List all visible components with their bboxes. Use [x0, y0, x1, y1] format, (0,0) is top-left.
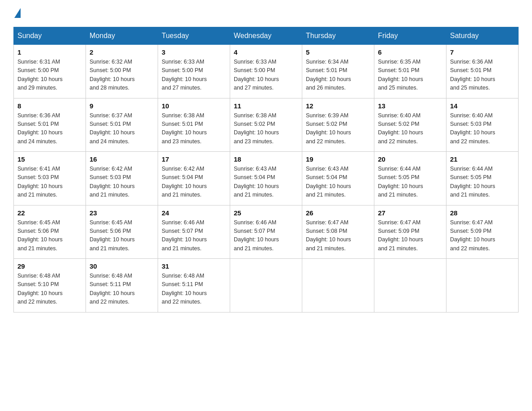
day-info: Sunrise: 6:35 AMSunset: 5:01 PMDaylight:…: [378, 59, 423, 91]
day-info: Sunrise: 6:45 AMSunset: 5:06 PMDaylight:…: [17, 219, 63, 252]
day-number: 23: [90, 209, 154, 217]
day-info: Sunrise: 6:33 AMSunset: 5:00 PMDaylight:…: [162, 59, 207, 91]
day-number: 30: [90, 262, 154, 270]
day-number: 25: [234, 209, 298, 217]
day-info: Sunrise: 6:48 AMSunset: 5:10 PMDaylight:…: [17, 273, 63, 305]
page-header: [13, 9, 519, 18]
day-info: Sunrise: 6:46 AMSunset: 5:07 PMDaylight:…: [234, 219, 279, 252]
calendar-cell: 10 Sunrise: 6:38 AMSunset: 5:01 PMDaylig…: [158, 98, 230, 152]
calendar-cell: 11 Sunrise: 6:38 AMSunset: 5:02 PMDaylig…: [230, 98, 302, 152]
day-number: 21: [450, 155, 515, 163]
calendar-cell: 27 Sunrise: 6:47 AMSunset: 5:09 PMDaylig…: [374, 205, 446, 259]
day-number: 22: [17, 209, 82, 217]
day-info: Sunrise: 6:46 AMSunset: 5:07 PMDaylight:…: [162, 219, 207, 252]
logo: [13, 9, 21, 18]
calendar-cell: 29 Sunrise: 6:48 AMSunset: 5:10 PMDaylig…: [14, 259, 86, 313]
calendar-cell: 12 Sunrise: 6:39 AMSunset: 5:02 PMDaylig…: [302, 98, 374, 152]
day-number: 17: [162, 155, 226, 163]
calendar-cell: [230, 259, 302, 313]
day-number: 16: [90, 155, 154, 163]
column-header-sunday: Sunday: [14, 27, 86, 45]
day-number: 4: [234, 48, 298, 56]
column-header-tuesday: Tuesday: [158, 27, 230, 45]
day-info: Sunrise: 6:43 AMSunset: 5:04 PMDaylight:…: [306, 166, 351, 198]
calendar-week-4: 22 Sunrise: 6:45 AMSunset: 5:06 PMDaylig…: [14, 205, 519, 259]
calendar-cell: 3 Sunrise: 6:33 AMSunset: 5:00 PMDayligh…: [158, 45, 230, 98]
calendar-cell: 26 Sunrise: 6:47 AMSunset: 5:08 PMDaylig…: [302, 205, 374, 259]
column-header-wednesday: Wednesday: [230, 27, 302, 45]
calendar-cell: 30 Sunrise: 6:48 AMSunset: 5:11 PMDaylig…: [86, 259, 158, 313]
day-info: Sunrise: 6:47 AMSunset: 5:09 PMDaylight:…: [378, 219, 423, 252]
day-info: Sunrise: 6:48 AMSunset: 5:11 PMDaylight:…: [90, 273, 135, 305]
day-number: 3: [162, 48, 226, 56]
calendar-week-5: 29 Sunrise: 6:48 AMSunset: 5:10 PMDaylig…: [14, 259, 519, 313]
day-info: Sunrise: 6:44 AMSunset: 5:05 PMDaylight:…: [450, 166, 495, 198]
calendar-cell: 25 Sunrise: 6:46 AMSunset: 5:07 PMDaylig…: [230, 205, 302, 259]
day-number: 12: [306, 102, 370, 110]
calendar-cell: 9 Sunrise: 6:37 AMSunset: 5:01 PMDayligh…: [86, 98, 158, 152]
calendar-cell: 21 Sunrise: 6:44 AMSunset: 5:05 PMDaylig…: [446, 152, 519, 206]
calendar-header-row: SundayMondayTuesdayWednesdayThursdayFrid…: [14, 27, 519, 45]
day-info: Sunrise: 6:47 AMSunset: 5:09 PMDaylight:…: [450, 219, 495, 252]
calendar-cell: 2 Sunrise: 6:32 AMSunset: 5:00 PMDayligh…: [86, 45, 158, 98]
calendar-cell: 13 Sunrise: 6:40 AMSunset: 5:02 PMDaylig…: [374, 98, 446, 152]
calendar-cell: 1 Sunrise: 6:31 AMSunset: 5:00 PMDayligh…: [14, 45, 86, 98]
day-number: 18: [234, 155, 298, 163]
day-number: 20: [378, 155, 442, 163]
calendar-table: SundayMondayTuesdayWednesdayThursdayFrid…: [13, 27, 519, 313]
day-info: Sunrise: 6:40 AMSunset: 5:03 PMDaylight:…: [450, 112, 495, 145]
day-number: 7: [450, 48, 515, 56]
day-info: Sunrise: 6:41 AMSunset: 5:03 PMDaylight:…: [17, 166, 63, 198]
day-info: Sunrise: 6:36 AMSunset: 5:01 PMDaylight:…: [450, 59, 495, 91]
day-number: 14: [450, 102, 515, 110]
day-number: 2: [90, 48, 154, 56]
column-header-friday: Friday: [374, 27, 446, 45]
day-number: 6: [378, 48, 442, 56]
calendar-cell: 14 Sunrise: 6:40 AMSunset: 5:03 PMDaylig…: [446, 98, 519, 152]
calendar-cell: 19 Sunrise: 6:43 AMSunset: 5:04 PMDaylig…: [302, 152, 374, 206]
calendar-week-1: 1 Sunrise: 6:31 AMSunset: 5:00 PMDayligh…: [14, 45, 519, 98]
logo-top: [13, 9, 21, 18]
column-header-thursday: Thursday: [302, 27, 374, 45]
day-number: 28: [450, 209, 515, 217]
calendar-cell: 4 Sunrise: 6:33 AMSunset: 5:00 PMDayligh…: [230, 45, 302, 98]
day-info: Sunrise: 6:43 AMSunset: 5:04 PMDaylight:…: [234, 166, 279, 198]
calendar-cell: 7 Sunrise: 6:36 AMSunset: 5:01 PMDayligh…: [446, 45, 519, 98]
day-info: Sunrise: 6:33 AMSunset: 5:00 PMDaylight:…: [234, 59, 279, 91]
day-number: 15: [17, 155, 82, 163]
day-info: Sunrise: 6:31 AMSunset: 5:00 PMDaylight:…: [17, 59, 63, 91]
day-number: 5: [306, 48, 370, 56]
calendar-cell: 20 Sunrise: 6:44 AMSunset: 5:05 PMDaylig…: [374, 152, 446, 206]
calendar-cell: [374, 259, 446, 313]
day-info: Sunrise: 6:48 AMSunset: 5:11 PMDaylight:…: [162, 273, 207, 305]
column-header-saturday: Saturday: [446, 27, 519, 45]
calendar-cell: 15 Sunrise: 6:41 AMSunset: 5:03 PMDaylig…: [14, 152, 86, 206]
calendar-cell: 23 Sunrise: 6:45 AMSunset: 5:06 PMDaylig…: [86, 205, 158, 259]
day-info: Sunrise: 6:38 AMSunset: 5:01 PMDaylight:…: [162, 112, 207, 145]
calendar-cell: 18 Sunrise: 6:43 AMSunset: 5:04 PMDaylig…: [230, 152, 302, 206]
calendar-cell: 5 Sunrise: 6:34 AMSunset: 5:01 PMDayligh…: [302, 45, 374, 98]
day-number: 9: [90, 102, 154, 110]
calendar-cell: 17 Sunrise: 6:42 AMSunset: 5:04 PMDaylig…: [158, 152, 230, 206]
day-number: 27: [378, 209, 442, 217]
calendar-cell: 8 Sunrise: 6:36 AMSunset: 5:01 PMDayligh…: [14, 98, 86, 152]
calendar-cell: 31 Sunrise: 6:48 AMSunset: 5:11 PMDaylig…: [158, 259, 230, 313]
day-info: Sunrise: 6:34 AMSunset: 5:01 PMDaylight:…: [306, 59, 351, 91]
day-info: Sunrise: 6:38 AMSunset: 5:02 PMDaylight:…: [234, 112, 279, 145]
column-header-monday: Monday: [86, 27, 158, 45]
day-info: Sunrise: 6:42 AMSunset: 5:03 PMDaylight:…: [90, 166, 135, 198]
day-info: Sunrise: 6:40 AMSunset: 5:02 PMDaylight:…: [378, 112, 423, 145]
day-info: Sunrise: 6:44 AMSunset: 5:05 PMDaylight:…: [378, 166, 423, 198]
day-number: 31: [162, 262, 226, 270]
calendar-cell: 22 Sunrise: 6:45 AMSunset: 5:06 PMDaylig…: [14, 205, 86, 259]
calendar-week-2: 8 Sunrise: 6:36 AMSunset: 5:01 PMDayligh…: [14, 98, 519, 152]
day-number: 8: [17, 102, 82, 110]
calendar-cell: 16 Sunrise: 6:42 AMSunset: 5:03 PMDaylig…: [86, 152, 158, 206]
calendar-cell: 28 Sunrise: 6:47 AMSunset: 5:09 PMDaylig…: [446, 205, 519, 259]
calendar-cell: 24 Sunrise: 6:46 AMSunset: 5:07 PMDaylig…: [158, 205, 230, 259]
calendar-cell: [302, 259, 374, 313]
day-info: Sunrise: 6:45 AMSunset: 5:06 PMDaylight:…: [90, 219, 135, 252]
logo-triangle-icon: [14, 8, 21, 18]
day-info: Sunrise: 6:42 AMSunset: 5:04 PMDaylight:…: [162, 166, 207, 198]
day-number: 29: [17, 262, 82, 270]
